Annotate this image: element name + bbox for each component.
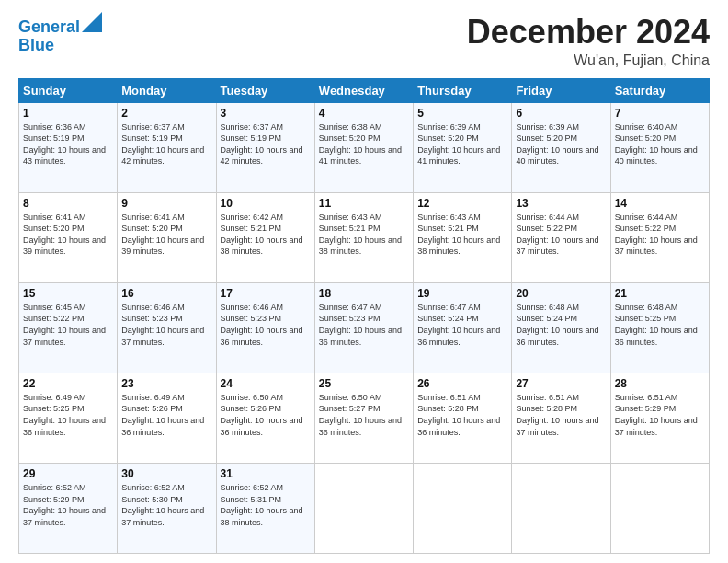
logo-general: General: [18, 17, 80, 36]
day-number: 6: [516, 107, 606, 120]
calendar-cell: 10Sunrise: 6:42 AMSunset: 5:21 PMDayligh…: [216, 192, 314, 282]
header: General Blue December 2024 Wu'an, Fujian…: [18, 14, 710, 69]
logo-blue: Blue: [18, 36, 54, 54]
calendar-cell: 20Sunrise: 6:48 AMSunset: 5:24 PMDayligh…: [512, 282, 610, 373]
calendar-cell: 1Sunrise: 6:36 AMSunset: 5:19 PMDaylight…: [19, 102, 118, 192]
day-number: 18: [319, 287, 409, 300]
calendar-week-row: 29Sunrise: 6:52 AMSunset: 5:29 PMDayligh…: [19, 463, 710, 553]
day-info: Sunrise: 6:38 AMSunset: 5:20 PMDaylight:…: [319, 122, 402, 167]
calendar-week-row: 1Sunrise: 6:36 AMSunset: 5:19 PMDaylight…: [19, 102, 710, 192]
day-info: Sunrise: 6:52 AMSunset: 5:29 PMDaylight:…: [23, 483, 106, 527]
day-info: Sunrise: 6:50 AMSunset: 5:26 PMDaylight:…: [221, 393, 303, 437]
calendar-day-header: Tuesday: [216, 78, 314, 102]
day-number: 1: [23, 107, 113, 120]
calendar-cell: 14Sunrise: 6:44 AMSunset: 5:22 PMDayligh…: [610, 192, 709, 282]
calendar-cell: 28Sunrise: 6:51 AMSunset: 5:29 PMDayligh…: [610, 373, 709, 463]
title-area: December 2024 Wu'an, Fujian, China: [467, 14, 710, 69]
month-title: December 2024: [467, 14, 710, 51]
day-info: Sunrise: 6:52 AMSunset: 5:30 PMDaylight:…: [121, 483, 204, 527]
calendar-cell: 17Sunrise: 6:46 AMSunset: 5:23 PMDayligh…: [216, 282, 314, 373]
logo: General Blue: [18, 18, 102, 55]
calendar-cell: 4Sunrise: 6:38 AMSunset: 5:20 PMDaylight…: [314, 102, 413, 192]
day-number: 7: [615, 107, 705, 120]
empty-cell: [414, 463, 512, 553]
day-number: 4: [319, 107, 409, 120]
day-number: 19: [417, 287, 507, 300]
empty-cell: [512, 463, 610, 553]
day-number: 8: [23, 197, 113, 210]
day-info: Sunrise: 6:39 AMSunset: 5:20 PMDaylight:…: [516, 122, 598, 167]
day-number: 13: [516, 197, 606, 210]
calendar-cell: 6Sunrise: 6:39 AMSunset: 5:20 PMDaylight…: [512, 102, 610, 192]
day-number: 26: [417, 377, 507, 390]
calendar-week-row: 8Sunrise: 6:41 AMSunset: 5:20 PMDaylight…: [19, 192, 710, 282]
day-info: Sunrise: 6:46 AMSunset: 5:23 PMDaylight:…: [221, 303, 303, 347]
calendar-cell: 27Sunrise: 6:51 AMSunset: 5:28 PMDayligh…: [512, 373, 610, 463]
day-info: Sunrise: 6:46 AMSunset: 5:23 PMDaylight:…: [121, 303, 204, 347]
day-number: 15: [23, 287, 113, 300]
day-info: Sunrise: 6:40 AMSunset: 5:20 PMDaylight:…: [615, 122, 698, 167]
calendar-cell: 21Sunrise: 6:48 AMSunset: 5:25 PMDayligh…: [610, 282, 709, 373]
calendar-cell: 2Sunrise: 6:37 AMSunset: 5:19 PMDaylight…: [118, 102, 216, 192]
day-number: 11: [319, 197, 409, 210]
calendar-cell: 19Sunrise: 6:47 AMSunset: 5:24 PMDayligh…: [414, 282, 512, 373]
day-info: Sunrise: 6:43 AMSunset: 5:21 PMDaylight:…: [319, 213, 402, 257]
day-number: 25: [319, 377, 409, 390]
calendar-day-header: Friday: [512, 78, 610, 102]
calendar-cell: 22Sunrise: 6:49 AMSunset: 5:25 PMDayligh…: [19, 373, 118, 463]
day-info: Sunrise: 6:41 AMSunset: 5:20 PMDaylight:…: [23, 213, 106, 257]
day-number: 3: [221, 107, 311, 120]
day-info: Sunrise: 6:41 AMSunset: 5:20 PMDaylight:…: [121, 213, 204, 257]
day-info: Sunrise: 6:52 AMSunset: 5:31 PMDaylight:…: [221, 483, 303, 527]
day-info: Sunrise: 6:43 AMSunset: 5:21 PMDaylight:…: [417, 213, 500, 257]
day-info: Sunrise: 6:39 AMSunset: 5:20 PMDaylight:…: [417, 122, 500, 167]
logo-text: General Blue: [18, 18, 102, 55]
calendar-cell: 5Sunrise: 6:39 AMSunset: 5:20 PMDaylight…: [414, 102, 512, 192]
day-number: 29: [23, 467, 113, 480]
calendar-cell: 31Sunrise: 6:52 AMSunset: 5:31 PMDayligh…: [216, 463, 314, 553]
calendar-cell: 15Sunrise: 6:45 AMSunset: 5:22 PMDayligh…: [19, 282, 118, 373]
calendar-cell: 9Sunrise: 6:41 AMSunset: 5:20 PMDaylight…: [118, 192, 216, 282]
logo-icon: [82, 12, 102, 32]
calendar-cell: 11Sunrise: 6:43 AMSunset: 5:21 PMDayligh…: [314, 192, 413, 282]
day-number: 20: [516, 287, 606, 300]
day-number: 24: [221, 377, 311, 390]
day-number: 16: [121, 287, 211, 300]
calendar-cell: 24Sunrise: 6:50 AMSunset: 5:26 PMDayligh…: [216, 373, 314, 463]
day-number: 17: [221, 287, 311, 300]
day-number: 28: [615, 377, 705, 390]
calendar-day-header: Monday: [118, 78, 216, 102]
calendar-day-header: Saturday: [610, 78, 709, 102]
day-info: Sunrise: 6:42 AMSunset: 5:21 PMDaylight:…: [221, 213, 303, 257]
day-info: Sunrise: 6:37 AMSunset: 5:19 PMDaylight:…: [121, 122, 204, 167]
calendar-cell: 29Sunrise: 6:52 AMSunset: 5:29 PMDayligh…: [19, 463, 118, 553]
calendar-day-header: Thursday: [414, 78, 512, 102]
day-number: 2: [121, 107, 211, 120]
day-number: 22: [23, 377, 113, 390]
calendar-cell: 30Sunrise: 6:52 AMSunset: 5:30 PMDayligh…: [118, 463, 216, 553]
day-number: 31: [221, 467, 311, 480]
calendar-day-header: Sunday: [19, 78, 118, 102]
calendar-cell: 16Sunrise: 6:46 AMSunset: 5:23 PMDayligh…: [118, 282, 216, 373]
calendar-table: SundayMondayTuesdayWednesdayThursdayFrid…: [18, 78, 710, 554]
day-info: Sunrise: 6:36 AMSunset: 5:19 PMDaylight:…: [23, 122, 106, 167]
day-number: 21: [615, 287, 705, 300]
day-info: Sunrise: 6:50 AMSunset: 5:27 PMDaylight:…: [319, 393, 402, 437]
calendar-cell: 8Sunrise: 6:41 AMSunset: 5:20 PMDaylight…: [19, 192, 118, 282]
calendar-week-row: 22Sunrise: 6:49 AMSunset: 5:25 PMDayligh…: [19, 373, 710, 463]
day-info: Sunrise: 6:51 AMSunset: 5:28 PMDaylight:…: [516, 393, 598, 437]
calendar-cell: 23Sunrise: 6:49 AMSunset: 5:26 PMDayligh…: [118, 373, 216, 463]
calendar-cell: 18Sunrise: 6:47 AMSunset: 5:23 PMDayligh…: [314, 282, 413, 373]
day-info: Sunrise: 6:47 AMSunset: 5:24 PMDaylight:…: [417, 303, 500, 347]
day-number: 23: [121, 377, 211, 390]
calendar-week-row: 15Sunrise: 6:45 AMSunset: 5:22 PMDayligh…: [19, 282, 710, 373]
day-number: 30: [121, 467, 211, 480]
empty-cell: [314, 463, 413, 553]
location: Wu'an, Fujian, China: [467, 52, 710, 69]
day-number: 27: [516, 377, 606, 390]
day-number: 10: [221, 197, 311, 210]
calendar-cell: 12Sunrise: 6:43 AMSunset: 5:21 PMDayligh…: [414, 192, 512, 282]
day-info: Sunrise: 6:44 AMSunset: 5:22 PMDaylight:…: [615, 213, 698, 257]
day-info: Sunrise: 6:45 AMSunset: 5:22 PMDaylight:…: [23, 303, 106, 347]
day-info: Sunrise: 6:48 AMSunset: 5:25 PMDaylight:…: [615, 303, 698, 347]
